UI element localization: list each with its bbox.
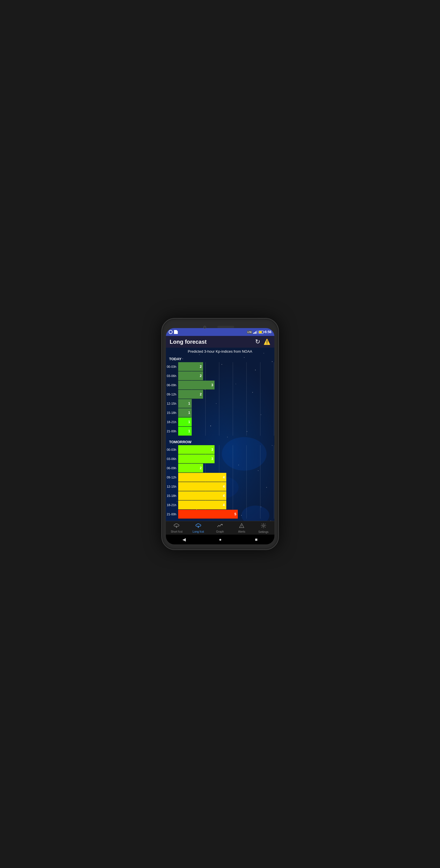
android-back-button[interactable]: ◀ xyxy=(182,537,186,542)
bar-fill: 3 xyxy=(178,455,215,463)
nav-label-long-fcst: Long fcst xyxy=(193,530,204,533)
bar-time-label: 00-03h xyxy=(166,448,178,451)
main-content: Predicted 3-hour Kp-indices from NOAA TO… xyxy=(166,348,274,521)
bar-fill: 2 xyxy=(178,464,203,472)
nav-label-alerts: Alerts xyxy=(238,530,245,533)
graph-icon xyxy=(217,523,223,530)
bar-time-label: 21-00h xyxy=(166,430,178,433)
today-label: TODAY xyxy=(166,356,274,362)
bar-container: 3 xyxy=(178,445,274,454)
bar-fill: 1 xyxy=(178,427,192,436)
phone-frame: LTE ⚡ 6:56 Long forecast ↻ xyxy=(162,318,279,550)
bar-time-label: 15-18h xyxy=(166,494,178,497)
bar-fill: 4 xyxy=(178,482,226,491)
app-header: Long forecast ↻ ⚠️ xyxy=(166,336,274,348)
bar-time-label: 18-21h xyxy=(166,420,178,424)
bar-row: 18-21h4 xyxy=(166,500,274,509)
status-bar: LTE ⚡ 6:56 xyxy=(166,328,274,336)
bar-fill: 1 xyxy=(178,399,192,408)
alerts-icon xyxy=(239,523,244,530)
bar-fill: 5 xyxy=(178,510,238,519)
warning-icon[interactable]: ⚠️ xyxy=(264,338,270,345)
bar-row: 21-00h1 xyxy=(166,427,274,436)
bar-row: 03-06h3 xyxy=(166,455,274,463)
bar-container: 1 xyxy=(178,417,274,427)
status-right-icons: LTE ⚡ 6:56 xyxy=(247,330,272,334)
phone-screen: LTE ⚡ 6:56 Long forecast ↻ xyxy=(166,328,274,545)
bar-fill: 3 xyxy=(178,381,215,390)
bar-time-label: 09-12h xyxy=(166,476,178,479)
today-bars-container: 00-03h203-06h206-09h309-12h212-15h115-18… xyxy=(166,362,274,436)
nav-label-settings: Settings xyxy=(259,530,268,533)
bar-row: 12-15h1 xyxy=(166,399,274,408)
bar-container: 2 xyxy=(178,362,274,371)
chart-area: TODAY 00-03h203-06h206-09h309-1 xyxy=(166,356,274,521)
bar-container: 1 xyxy=(178,399,274,408)
bar-row: 09-12h2 xyxy=(166,390,274,399)
status-sim-icon xyxy=(174,330,178,334)
bar-container: 2 xyxy=(178,390,274,399)
bar-container: 2 xyxy=(178,464,274,472)
status-left-icons xyxy=(169,330,178,334)
bar-row: 06-09h2 xyxy=(166,464,274,472)
bar-time-label: 06-09h xyxy=(166,383,178,387)
android-recent-button[interactable]: ■ xyxy=(255,537,258,542)
settings-icon xyxy=(261,523,266,530)
bottom-nav: Short fcst Long fcst xyxy=(166,521,274,535)
android-home-button[interactable]: ● xyxy=(219,537,222,542)
today-bars: 00-03h203-06h206-09h309-12h212-15h115-18… xyxy=(166,362,274,436)
bar-fill: 4 xyxy=(178,491,226,500)
content-inner: Predicted 3-hour Kp-indices from NOAA TO… xyxy=(166,348,274,521)
bar-container: 4 xyxy=(178,491,274,500)
long-fcst-icon xyxy=(195,523,201,530)
bar-time-label: 03-06h xyxy=(166,457,178,461)
bar-fill: 1 xyxy=(178,417,192,427)
bar-row: 09-12h4 xyxy=(166,473,274,482)
bar-fill: 2 xyxy=(178,371,203,380)
bar-container: 4 xyxy=(178,473,274,482)
svg-point-45 xyxy=(241,527,242,527)
bar-time-label: 15-18h xyxy=(166,411,178,414)
nav-item-settings[interactable]: Settings xyxy=(255,523,272,533)
bar-fill: 4 xyxy=(178,500,226,509)
bar-container: 2 xyxy=(178,371,274,380)
header-actions: ↻ ⚠️ xyxy=(255,338,270,345)
tomorrow-bars: 00-03h303-06h306-09h209-12h412-15h415-18… xyxy=(166,445,274,519)
bar-row: 21-00h5 xyxy=(166,510,274,519)
status-circle-icon xyxy=(169,330,173,334)
bar-time-label: 18-21h xyxy=(166,503,178,507)
bar-row: 15-18h1 xyxy=(166,408,274,417)
refresh-icon[interactable]: ↻ xyxy=(255,338,260,345)
bar-row: 06-09h3 xyxy=(166,381,274,390)
battery-icon: ⚡ xyxy=(259,331,264,334)
nav-item-long-fcst[interactable]: Long fcst xyxy=(190,523,207,533)
app-title: Long forecast xyxy=(170,339,207,345)
bar-container: 3 xyxy=(178,455,274,463)
tomorrow-label: TOMORROW xyxy=(166,439,274,445)
bar-fill: 2 xyxy=(178,390,203,399)
bar-row: 18-21h1 xyxy=(166,417,274,427)
phone-camera xyxy=(203,326,206,329)
status-time: 6:56 xyxy=(265,330,271,334)
chart-title: Predicted 3-hour Kp-indices from NOAA xyxy=(166,349,274,353)
short-fcst-icon xyxy=(173,523,180,530)
nav-item-graph[interactable]: Graph xyxy=(211,523,228,533)
bar-time-label: 12-15h xyxy=(166,485,178,488)
tomorrow-bars-container: 00-03h303-06h306-09h209-12h412-15h415-18… xyxy=(166,445,274,519)
bar-container: 1 xyxy=(178,427,274,436)
nav-item-alerts[interactable]: Alerts xyxy=(233,523,250,533)
android-nav-bar: ◀ ● ■ xyxy=(166,535,274,545)
bar-row: 00-03h2 xyxy=(166,362,274,371)
nav-item-short-fcst[interactable]: Short fcst xyxy=(168,523,185,533)
phone-speaker xyxy=(217,326,234,328)
lte-badge: LTE xyxy=(247,331,252,334)
nav-label-short-fcst: Short fcst xyxy=(171,530,182,533)
bar-container: 5 xyxy=(178,510,274,519)
bar-row: 00-03h3 xyxy=(166,445,274,454)
bar-fill: 4 xyxy=(178,473,226,482)
bar-time-label: 00-03h xyxy=(166,365,178,368)
bar-row: 12-15h4 xyxy=(166,482,274,491)
bar-time-label: 09-12h xyxy=(166,393,178,396)
bar-time-label: 12-15h xyxy=(166,402,178,405)
bar-time-label: 03-06h xyxy=(166,374,178,377)
